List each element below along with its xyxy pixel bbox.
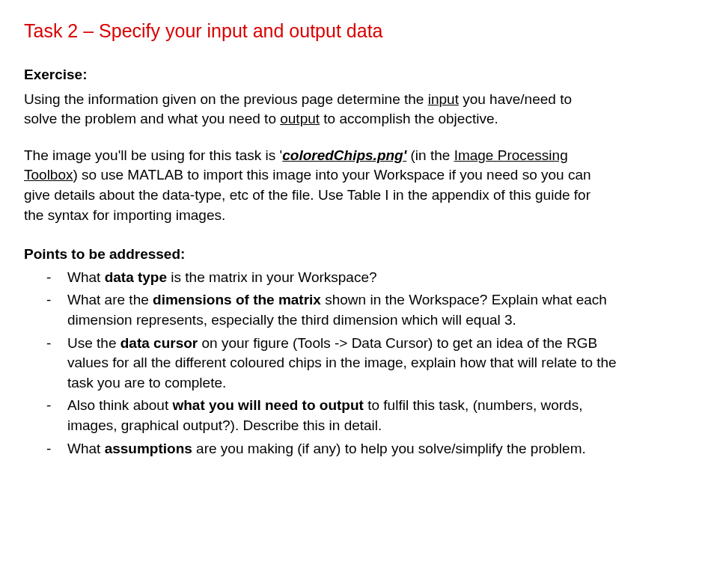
points-list: What data type is the matrix in your Wor…: [24, 268, 623, 459]
text-segment: to accomplish the objective.: [320, 111, 498, 126]
text-segment: is the matrix in your Workspace?: [167, 269, 377, 285]
text-segment: What are the: [67, 292, 153, 307]
text-segment: Also think about: [67, 397, 172, 413]
exercise-paragraph-2: The image you'll be using for this task …: [24, 146, 593, 225]
text-segment: What: [67, 269, 105, 285]
list-item: What assumptions are you making (if any)…: [67, 439, 623, 459]
text-segment: Using the information given on the previ…: [24, 91, 428, 107]
text-segment: The image you'll be using for this task …: [24, 147, 280, 163]
emphasis: what you will need to output: [172, 397, 363, 413]
text-segment: ) so use MATLAB to import this image int…: [24, 167, 591, 222]
emphasis: data cursor: [120, 335, 198, 351]
emphasis: data type: [105, 269, 167, 285]
exercise-heading: Exercise:: [24, 65, 678, 85]
text-segment: What: [67, 441, 105, 456]
text-segment: (in the: [406, 147, 454, 163]
text-segment: Use the: [67, 335, 120, 351]
list-item: What data type is the matrix in your Wor…: [67, 268, 623, 288]
input-term: input: [428, 91, 459, 107]
emphasis: dimensions of the matrix: [153, 292, 321, 307]
text-segment: are you making (if any) to help you solv…: [192, 441, 586, 456]
emphasis: assumptions: [105, 441, 192, 456]
list-item: What are the dimensions of the matrix sh…: [67, 290, 623, 330]
list-item: Also think about what you will need to o…: [67, 396, 623, 435]
list-item: Use the data cursor on your figure (Tool…: [67, 334, 623, 393]
output-term: output: [280, 111, 320, 126]
task-title: Task 2 – Specify your input and output d…: [24, 18, 678, 44]
points-heading: Points to be addressed:: [24, 245, 678, 265]
exercise-paragraph-1: Using the information given on the previ…: [24, 90, 593, 129]
filename: coloredChips.png': [282, 147, 406, 163]
